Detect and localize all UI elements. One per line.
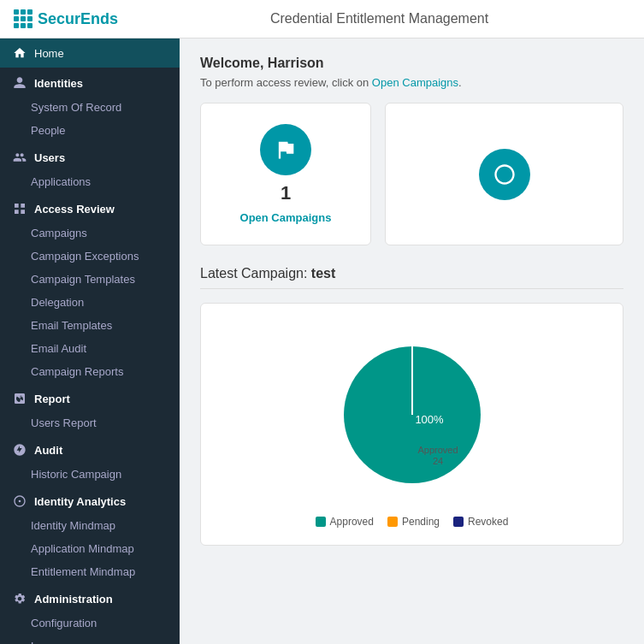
identities-label: Identities: [34, 77, 83, 90]
revoked-legend-label: Revoked: [468, 516, 508, 528]
grid-icon: [12, 201, 27, 216]
chart-legend: Approved Pending Revoked: [316, 516, 509, 528]
circle-icon: [493, 162, 517, 186]
analytics-icon: [12, 493, 27, 509]
logo: SecurEnds: [14, 9, 118, 28]
sidebar-section-administration[interactable]: Administration: [0, 583, 180, 612]
open-campaigns-icon-circle: [260, 124, 311, 175]
report-icon: [12, 391, 27, 406]
applications-icon-circle: [479, 149, 530, 200]
topbar: SecurEnds Credential Entitlement Managem…: [0, 0, 644, 38]
logo-text: SecurEnds: [38, 10, 118, 28]
sidebar-item-campaign-reports[interactable]: Campaign Reports: [0, 360, 180, 383]
sidebar-item-application-mindmap[interactable]: Application Mindmap: [0, 537, 180, 560]
main-content: Welcome, Harrison To perform access revi…: [180, 38, 644, 644]
legend-revoked: Revoked: [453, 516, 508, 528]
sidebar-item-campaign-templates[interactable]: Campaign Templates: [0, 268, 180, 291]
sidebar-section-report[interactable]: Report: [0, 383, 180, 411]
users-label: Users: [34, 151, 65, 164]
approved-dot: [316, 517, 326, 527]
sidebar-item-logs[interactable]: Logs: [0, 635, 180, 644]
legend-approved: Approved: [316, 516, 374, 528]
sidebar-section-audit[interactable]: Audit: [0, 434, 180, 463]
percent-label: 100%: [415, 413, 444, 426]
latest-campaign-title: Latest Campaign: test: [200, 266, 623, 289]
open-campaigns-link[interactable]: Open Campaigns: [372, 76, 458, 89]
pie-chart: 100% Approved 24: [318, 321, 506, 509]
approved-count: 24: [432, 456, 442, 466]
flag-icon: [274, 138, 298, 162]
sidebar-item-email-audit[interactable]: Email Audit Email Audit: [0, 337, 180, 360]
approved-legend-label: Approved: [330, 516, 374, 528]
sidebar-section-identities[interactable]: Identities: [0, 68, 180, 96]
campaign-chart-area: 100% Approved 24 Approved Pending Revoke…: [200, 303, 623, 546]
sidebar-section-access-review[interactable]: Access Review: [0, 193, 180, 222]
welcome-subtitle: To perform access review, click on Open …: [200, 76, 623, 89]
sidebar-item-identity-mindmap[interactable]: Identity Mindmap: [0, 514, 180, 537]
sidebar-item-people[interactable]: People: [0, 119, 180, 142]
sidebar-item-configuration[interactable]: Configuration: [0, 612, 180, 635]
open-campaigns-count: 1: [281, 182, 291, 204]
svg-point-0: [19, 500, 21, 503]
sidebar-item-users-report[interactable]: Users Report: [0, 411, 180, 434]
welcome-heading: Welcome, Harrison: [200, 56, 623, 71]
legend-pending: Pending: [387, 516, 440, 528]
sidebar-item-campaign-exceptions[interactable]: Campaign Exceptions: [0, 245, 180, 268]
page-title: Credential Entitlement Management: [128, 11, 630, 27]
report-label: Report: [34, 393, 70, 405]
audit-icon: [12, 442, 27, 458]
sidebar-item-system-of-record[interactable]: System Of Record: [0, 96, 180, 119]
approved-count-label: Approved: [417, 445, 458, 455]
pending-legend-label: Pending: [402, 516, 440, 528]
sidebar-item-delegation[interactable]: Delegation: [0, 291, 180, 314]
dashboard-cards: 1 Open Campaigns: [200, 103, 623, 245]
sidebar: Home Identities System Of Record People …: [0, 38, 180, 644]
sidebar-section-identity-analytics[interactable]: Identity Analytics: [0, 486, 180, 514]
sidebar-item-applications[interactable]: Applications: [0, 170, 180, 193]
sidebar-section-users[interactable]: Users: [0, 142, 180, 170]
sidebar-item-historic-campaign[interactable]: Historic Campaign: [0, 463, 180, 486]
identity-analytics-label: Identity Analytics: [34, 495, 126, 508]
access-review-label: Access Review: [34, 203, 115, 216]
admin-icon: [12, 591, 27, 606]
logo-grid-icon: [14, 9, 32, 28]
open-campaigns-label: Open Campaigns: [240, 211, 332, 224]
person-icon: [12, 75, 27, 91]
sidebar-item-email-templates[interactable]: Email Templates: [0, 314, 180, 337]
audit-label: Audit: [34, 444, 62, 457]
sidebar-item-home[interactable]: Home: [0, 38, 180, 68]
revoked-dot: [453, 517, 464, 527]
home-label: Home: [34, 47, 64, 60]
pending-dot: [387, 517, 398, 527]
open-campaigns-card[interactable]: 1 Open Campaigns: [200, 103, 371, 245]
sidebar-item-entitlement-mindmap[interactable]: Entitlement Mindmap: [0, 560, 180, 583]
sidebar-item-campaigns[interactable]: Campaigns: [0, 222, 180, 245]
home-icon: [12, 45, 27, 61]
administration-label: Administration: [34, 593, 113, 606]
users-icon: [12, 150, 27, 165]
applications-card[interactable]: [385, 103, 623, 245]
